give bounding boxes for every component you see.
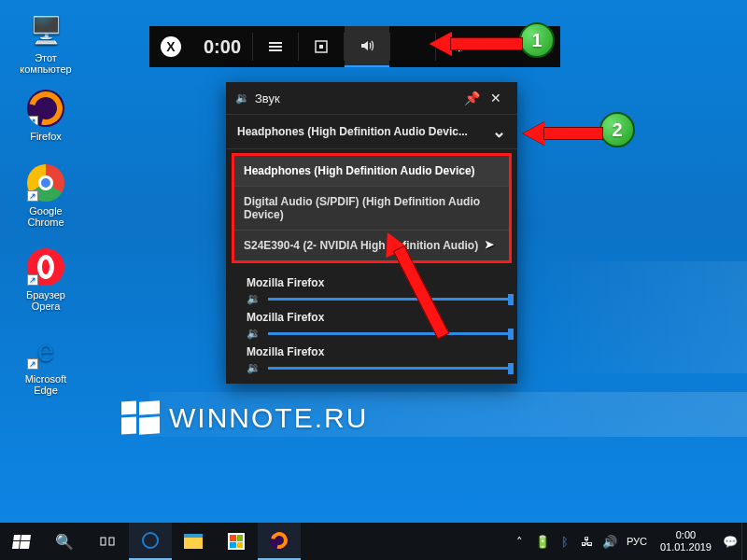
pin-button[interactable]: 📌 <box>459 91 484 105</box>
notification-icon: 💬 <box>723 535 738 549</box>
volume-icon <box>359 38 374 53</box>
app-name: Mozilla Firefox <box>235 345 508 361</box>
taskbar: 🔍 ˄ 🔋 ᛒ 🖧 🔊 РУС 0:00 01.01.2019 💬 <box>0 523 747 560</box>
menu-icon <box>268 39 283 54</box>
capture-icon <box>314 39 329 54</box>
selected-device-label: Headphones (High Definition Audio Devic.… <box>237 125 486 138</box>
volume-icon: 🔊 <box>602 535 617 549</box>
volume-slider[interactable] <box>268 298 508 301</box>
show-desktop-button[interactable] <box>741 523 747 560</box>
xbox-icon: X <box>161 36 181 57</box>
close-icon: ✕ <box>490 91 501 105</box>
network-icon: 🖧 <box>581 535 593 549</box>
device-option[interactable]: Headphones (High Definition Audio Device… <box>234 156 509 187</box>
volume-icon: 🔉 <box>235 91 249 105</box>
output-device-dropdown[interactable]: Headphones (High Definition Audio Devic.… <box>226 114 517 149</box>
wallpaper-shape <box>542 261 747 373</box>
chevron-down-icon: ⌄ <box>492 121 506 142</box>
taskview-icon <box>100 534 115 549</box>
gamebar-capture-button[interactable] <box>299 26 344 67</box>
desktop: 🖥️ Этот компьютер ↗ Firefox ↗ Google Chr… <box>0 0 747 560</box>
gamebar-widgets-button[interactable] <box>253 26 298 67</box>
battery-icon: 🔋 <box>535 535 550 549</box>
sound-panel-titlebar: 🔉 Звук 📌 ✕ <box>226 82 517 114</box>
gear-icon: ⚙ <box>453 38 465 55</box>
gamebar-performance-button[interactable] <box>390 26 435 67</box>
svg-rect-2 <box>101 538 106 545</box>
speaker-icon: 🔉 <box>247 292 261 305</box>
app-volume-row: Mozilla Firefox 🔉 <box>235 311 508 340</box>
firefox-icon: ↗ <box>27 90 64 127</box>
gamebar-settings-button[interactable]: ⚙ <box>436 26 481 67</box>
volume-slider[interactable] <box>268 367 508 370</box>
tray-expand-button[interactable]: ˄ <box>509 535 531 549</box>
watermark-text: WINNOTE.RU <box>169 402 368 434</box>
icon-label: Microsoft Edge <box>13 373 78 396</box>
app-name: Mozilla Firefox <box>235 311 508 327</box>
panel-title: Звук <box>255 91 459 105</box>
start-button[interactable] <box>0 523 43 560</box>
annotation-badge-1: 1 <box>519 22 555 58</box>
windows-icon <box>12 535 31 549</box>
system-tray: ˄ 🔋 ᛒ 🖧 🔊 РУС 0:00 01.01.2019 💬 <box>509 523 747 560</box>
sound-panel: 🔉 Звук 📌 ✕ Headphones (High Definition A… <box>226 82 517 384</box>
taskbar-app-edge[interactable] <box>129 523 172 560</box>
taskbar-clock[interactable]: 0:00 01.01.2019 <box>653 529 719 553</box>
desktop-icon-chrome[interactable]: ↗ Google Chrome <box>13 164 78 228</box>
tray-volume[interactable]: 🔊 <box>599 535 621 549</box>
gamebar-audio-button[interactable] <box>345 26 389 67</box>
bluetooth-icon: ᛒ <box>561 535 569 549</box>
annotation-badge-2: 2 <box>599 112 635 147</box>
badge-number: 2 <box>612 119 622 141</box>
desktop-icon-opera[interactable]: ↗ Браузер Opera <box>13 248 78 312</box>
taskbar-app-firefox[interactable] <box>258 523 301 560</box>
search-button[interactable]: 🔍 <box>43 523 86 560</box>
edge-icon <box>142 532 159 549</box>
this-pc-icon: 🖥️ <box>27 11 64 49</box>
speaker-icon: 🔉 <box>247 327 261 340</box>
desktop-icon-this-pc[interactable]: 🖥️ Этот компьютер <box>13 11 78 75</box>
edge-icon: ｅ↗ <box>27 332 64 370</box>
taskview-button[interactable] <box>86 523 129 560</box>
cursor-icon: ➤ <box>485 238 494 251</box>
app-name: Mozilla Firefox <box>235 276 508 292</box>
file-explorer-icon <box>184 534 203 549</box>
device-option-label: S24E390-4 (2- NVIDIA High Definition Aud… <box>244 239 478 252</box>
volume-slider[interactable] <box>268 332 508 335</box>
gamebar-timer: 0:00 <box>192 26 252 67</box>
chevron-up-icon: ˄ <box>516 535 523 549</box>
tray-battery[interactable]: 🔋 <box>531 535 554 549</box>
clock-date: 01.01.2019 <box>660 541 712 553</box>
watermark: WINNOTE.RU <box>121 401 368 434</box>
taskbar-app-explorer[interactable] <box>172 523 215 560</box>
taskbar-app-store[interactable] <box>215 523 258 560</box>
svg-rect-1 <box>319 45 323 49</box>
windows-logo-icon <box>121 401 160 434</box>
icon-label: Google Chrome <box>13 205 78 228</box>
xbox-button[interactable]: X <box>149 26 192 67</box>
firefox-icon <box>270 531 289 550</box>
desktop-icon-edge[interactable]: ｅ↗ Microsoft Edge <box>13 332 78 396</box>
xbox-gamebar: X 0:00 ⚙ <box>149 26 560 67</box>
device-option[interactable]: S24E390-4 (2- NVIDIA High Definition Aud… <box>234 231 509 260</box>
chrome-icon: ↗ <box>27 164 64 202</box>
store-icon <box>228 533 245 550</box>
action-center-button[interactable]: 💬 <box>719 535 741 549</box>
search-icon: 🔍 <box>55 533 74 551</box>
device-option[interactable]: Digital Audio (S/PDIF) (High Definition … <box>234 187 509 231</box>
opera-icon: ↗ <box>27 248 64 286</box>
icon-label: Браузер Opera <box>13 289 78 312</box>
tray-bluetooth[interactable]: ᛒ <box>554 535 576 549</box>
desktop-icon-firefox[interactable]: ↗ Firefox <box>13 90 78 142</box>
app-volume-row: Mozilla Firefox 🔉 <box>235 276 508 305</box>
tray-network[interactable]: 🖧 <box>576 535 599 549</box>
language-indicator[interactable]: РУС <box>621 536 653 547</box>
device-options-list: Headphones (High Definition Audio Device… <box>232 153 512 263</box>
svg-rect-3 <box>109 538 114 545</box>
icon-label: Firefox <box>13 131 78 142</box>
close-button[interactable]: ✕ <box>484 91 508 105</box>
icon-label: Этот компьютер <box>13 52 78 75</box>
clock-time: 0:00 <box>660 529 712 541</box>
volume-mixer: Mozilla Firefox 🔉 Mozilla Firefox 🔉 Mozi… <box>226 267 517 384</box>
pin-icon: 📌 <box>464 91 480 105</box>
